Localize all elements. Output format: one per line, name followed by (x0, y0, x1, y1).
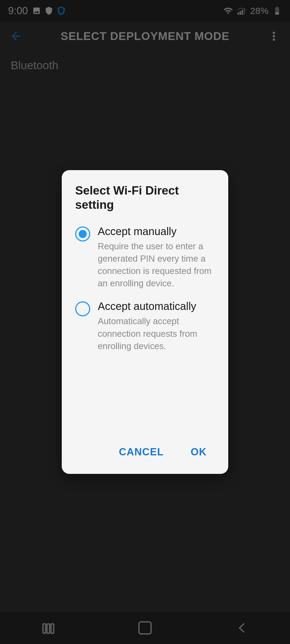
accept-automatically-desc: Automatically accept connection requests… (98, 315, 215, 352)
wifi-direct-dialog: Select Wi-Fi Direct setting Accept manua… (62, 170, 228, 474)
accept-automatically-content: Accept automatically Automatically accep… (98, 300, 215, 352)
accept-manually-option[interactable]: Accept manually Require the user to ente… (75, 225, 215, 290)
accept-automatically-option[interactable]: Accept automatically Automatically accep… (75, 300, 215, 352)
ok-button[interactable]: OK (183, 441, 215, 463)
dialog-title: Select Wi-Fi Direct setting (75, 184, 215, 212)
accept-manually-desc: Require the user to enter a generated PI… (98, 240, 215, 290)
accept-manually-radio[interactable] (75, 226, 90, 241)
accept-manually-label: Accept manually (98, 225, 215, 237)
dialog-buttons: CANCEL OK (75, 438, 215, 463)
dialog-spacer (75, 363, 215, 438)
dialog-overlay: Select Wi-Fi Direct setting Accept manua… (0, 0, 290, 644)
cancel-button[interactable]: CANCEL (111, 441, 172, 463)
accept-automatically-label: Accept automatically (98, 300, 215, 312)
accept-manually-content: Accept manually Require the user to ente… (98, 225, 215, 290)
accept-automatically-radio[interactable] (75, 301, 90, 316)
